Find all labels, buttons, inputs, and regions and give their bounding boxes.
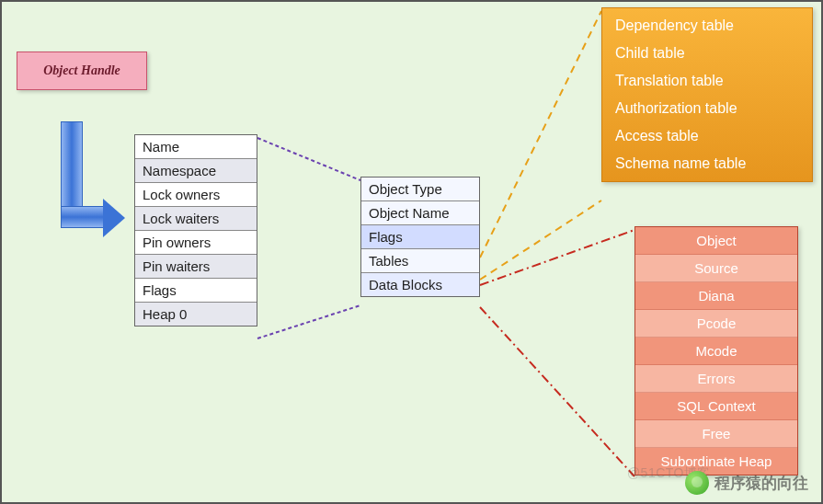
list-item: Authorization table: [602, 95, 812, 122]
table-row: Pin owners: [135, 231, 257, 255]
list-item: Access table: [602, 122, 812, 150]
svg-line-3: [480, 200, 601, 280]
list-item: Free: [635, 420, 797, 448]
datablocks-expansion: Object Source Diana Pcode Mcode Errors S…: [634, 226, 798, 475]
list-item: Translation table: [602, 67, 812, 95]
list-item: Errors: [635, 365, 797, 393]
watermark: 程序猿的向往: [685, 471, 808, 495]
list-item: Schema name table: [602, 150, 812, 178]
list-item: Pcode: [635, 310, 797, 338]
title-box: Object Handle: [17, 52, 147, 90]
svg-line-5: [480, 307, 634, 476]
svg-line-1: [257, 305, 360, 338]
table-row: Flags: [135, 279, 257, 303]
table-row: Lock waiters: [135, 207, 257, 231]
watermark-text: 程序猿的向往: [714, 473, 808, 494]
table-row: Name: [135, 135, 257, 159]
list-item: Dependency table: [602, 12, 812, 40]
arrow-icon: [55, 121, 120, 232]
list-item: Diana: [635, 282, 797, 310]
list-item: Source: [635, 255, 797, 282]
table-row: Data Blocks: [361, 273, 479, 296]
wechat-icon: [685, 471, 709, 495]
list-item: Child table: [602, 40, 812, 67]
svg-line-0: [257, 138, 360, 180]
table-row: Tables: [361, 249, 479, 273]
mid-table: Object Type Object Name Flags Tables Dat…: [360, 177, 480, 297]
table-row: Namespace: [135, 159, 257, 183]
main-table: Name Namespace Lock owners Lock waiters …: [134, 134, 257, 326]
table-row: Lock owners: [135, 183, 257, 207]
tables-expansion: Dependency table Child table Translation…: [601, 7, 813, 182]
list-item: SQL Context: [635, 393, 797, 420]
svg-line-2: [480, 11, 601, 258]
list-item: Mcode: [635, 338, 797, 365]
table-row: Pin waiters: [135, 255, 257, 279]
svg-line-4: [480, 230, 634, 285]
list-item: Object: [635, 227, 797, 255]
table-row: Object Type: [361, 178, 479, 201]
table-row: Flags: [361, 225, 479, 249]
table-row: Heap 0: [135, 303, 257, 326]
table-row: Object Name: [361, 201, 479, 225]
